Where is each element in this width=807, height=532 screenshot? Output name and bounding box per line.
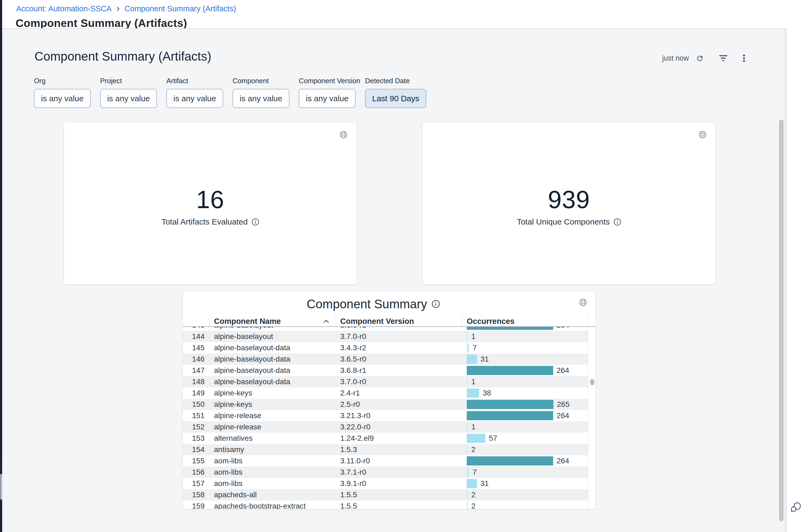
component-version-cell: 3.6.8-r1 [336, 366, 462, 375]
table-row[interactable]: 149alpine-keys2.4-r138 [183, 387, 588, 399]
chat-bubble-icon[interactable] [790, 501, 802, 514]
occurrences-value: 7 [473, 468, 477, 477]
component-name-cell: aom-libs [209, 468, 336, 477]
info-icon[interactable] [432, 300, 440, 308]
row-number: 149 [183, 389, 209, 397]
component-name-cell: alpine-release [209, 423, 336, 431]
column-header-component-version[interactable]: Component Version [336, 317, 462, 326]
row-number: 143 [183, 327, 209, 329]
occurrences-cell: 57 [462, 433, 588, 444]
occurrences-cell: 31 [462, 478, 588, 489]
table-row[interactable]: 155aom-libs3.11.0-r0264 [183, 455, 588, 467]
table-row[interactable]: 151alpine-release3.21.3-r0264 [183, 410, 588, 421]
filter-label: Component Version [299, 77, 360, 85]
component-version-cell: 3.9.1-r0 [336, 479, 462, 488]
component-name-cell: alpine-baselayout-data [209, 344, 336, 352]
table-body-viewport[interactable]: 143alpine-baselayout3.6.8-r1264144alpine… [183, 327, 595, 509]
component-name-cell: aom-libs [209, 479, 336, 488]
tile-label: Total Unique Components [517, 217, 610, 226]
occurrences-bar [467, 479, 477, 488]
row-number: 157 [183, 479, 209, 488]
page-title: Component Summary (Artifacts) [16, 17, 187, 30]
occurrences-value: 264 [557, 412, 569, 420]
occurrences-cell: 264 [462, 410, 588, 421]
filter-value-detected-date[interactable]: Last 90 Days [365, 89, 426, 108]
table-row[interactable]: 157aom-libs3.9.1-r031 [183, 478, 588, 489]
occurrences-value: 7 [473, 344, 477, 352]
sort-asc-icon[interactable] [323, 319, 329, 323]
content-right-border [786, 28, 787, 532]
table-row[interactable]: 145alpine-baselayout-data3.4.3-r27 [183, 342, 588, 354]
occurrences-value: 57 [489, 434, 497, 443]
row-number: 150 [183, 400, 209, 409]
component-version-cell: 3.6.5-r0 [336, 355, 462, 363]
tile-label: Total Artifacts Evaluated [161, 217, 248, 226]
component-version-cell: 1.5.3 [336, 445, 462, 454]
table-row[interactable]: 158apacheds-all1.5.52 [183, 489, 588, 500]
table-row[interactable]: 144alpine-baselayout3.7.0-r01 [183, 331, 588, 342]
filter-value-artifact[interactable]: is any value [166, 89, 223, 108]
component-version-cell: 3.4.3-r2 [336, 344, 462, 352]
component-name-cell: alpine-baselayout [209, 327, 336, 329]
breadcrumb-page-link[interactable]: Component Summary (Artifacts) [124, 4, 236, 13]
filter-value-org[interactable]: is any value [34, 89, 91, 108]
row-number: 159 [183, 502, 209, 509]
occurrences-bar [467, 445, 468, 454]
table-scrollbar-thumb[interactable] [590, 379, 594, 385]
table-body: 143alpine-baselayout3.6.8-r1264144alpine… [183, 327, 595, 509]
filter-value-component[interactable]: is any value [233, 89, 289, 108]
table-row[interactable]: 153alternatives1.24-2.el957 [183, 433, 588, 444]
table-row[interactable]: 146alpine-baselayout-data3.6.5-r031 [183, 354, 588, 365]
component-version-cell: 3.7.1-r0 [336, 468, 462, 477]
table-header-row: Component Name Component Version Occurre… [183, 315, 588, 327]
table-row[interactable]: 152alpine-release3.22.0-r01 [183, 421, 588, 433]
component-version-cell: 1.24-2.el9 [336, 434, 462, 443]
table-row[interactable]: 150alpine-keys2.5-r0265 [183, 399, 588, 410]
component-name-cell: alpine-keys [209, 389, 336, 397]
occurrences-cell: 265 [462, 399, 588, 410]
filter-value-component-version[interactable]: is any value [299, 89, 356, 108]
table-row[interactable]: 143alpine-baselayout3.6.8-r1264 [183, 327, 588, 331]
table-title: Component Summary [307, 297, 427, 311]
component-name-cell: alpine-baselayout-data [209, 366, 336, 375]
occurrences-cell: 31 [462, 354, 588, 365]
column-header-occurrences[interactable]: Occurrences [462, 317, 588, 326]
component-name-cell: apacheds-bootstrap-extract [209, 502, 336, 509]
component-name-cell: alpine-baselayout-data [209, 378, 336, 386]
filter-label: Component [233, 77, 269, 85]
breadcrumb-account-link[interactable]: Account: Automation-SSCA [16, 4, 112, 13]
component-version-cell: 1.5.5 [336, 491, 462, 499]
row-number: 146 [183, 355, 209, 363]
filter-label: Artifact [166, 77, 188, 85]
occurrences-value: 2 [471, 491, 476, 499]
tile-total-artifacts-evaluated: 16 Total Artifacts Evaluated [64, 122, 357, 284]
row-number: 156 [183, 468, 209, 477]
table-row[interactable]: 154antisamy1.5.32 [183, 444, 588, 455]
occurrences-bar [467, 332, 468, 341]
component-version-cell: 3.22.0-r0 [336, 423, 462, 431]
info-icon[interactable] [614, 218, 621, 226]
info-icon[interactable] [252, 218, 259, 226]
component-version-cell: 2.4-r1 [336, 389, 462, 397]
filter-value-project[interactable]: is any value [100, 89, 157, 108]
occurrences-bar [467, 468, 469, 477]
component-name-cell: alternatives [209, 434, 336, 443]
column-header-component-name[interactable]: Component Name [209, 317, 336, 326]
component-name-cell: alpine-keys [209, 400, 336, 409]
left-nav-rail[interactable] [0, 0, 2, 532]
nav-rail-scroll-indicator[interactable] [0, 474, 2, 500]
table-row[interactable]: 147alpine-baselayout-data3.6.8-r1264 [183, 365, 588, 376]
occurrences-value: 1 [471, 332, 476, 341]
table-row[interactable]: 159apacheds-bootstrap-extract1.5.52 [183, 500, 588, 509]
table-row[interactable]: 148alpine-baselayout-data3.7.0-r01 [183, 376, 588, 387]
occurrences-value: 1 [471, 423, 476, 431]
table-row[interactable]: 156aom-libs3.7.1-r07 [183, 467, 588, 478]
screenshot-root: Account: Automation-SSCA Component Summa… [0, 0, 807, 532]
occurrences-cell: 264 [462, 327, 588, 331]
occurrences-cell: 1 [462, 331, 588, 342]
occurrences-bar [467, 490, 468, 499]
breadcrumb: Account: Automation-SSCA Component Summa… [16, 4, 236, 13]
occurrences-cell: 2 [462, 489, 588, 500]
occurrences-bar [467, 501, 468, 509]
occurrences-value: 264 [557, 366, 569, 375]
